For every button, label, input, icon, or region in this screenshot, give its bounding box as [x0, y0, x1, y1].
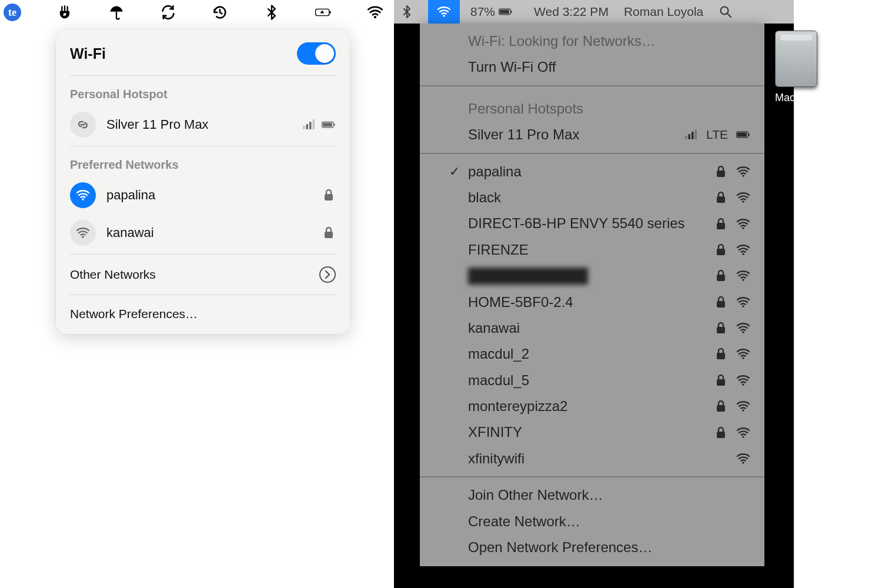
- sync-icon[interactable]: [160, 2, 176, 23]
- network-name: papalina: [468, 162, 522, 181]
- cellular-bars-icon: [302, 118, 316, 132]
- wifi-icon: [70, 182, 96, 208]
- preferred-network-row[interactable]: papalina: [56, 176, 350, 214]
- network-name: macdul_2: [468, 345, 529, 363]
- other-networks-row[interactable]: Other Networks: [56, 257, 350, 292]
- lock-icon: [714, 426, 728, 440]
- lock-icon: [714, 165, 728, 179]
- battery-icon: [322, 118, 336, 132]
- network-name: HOME-5BF0-2.4: [468, 293, 573, 312]
- wifi-signal-icon: [736, 295, 750, 309]
- battery-percent: 87%: [470, 5, 495, 19]
- desktop-drive[interactable]: Macintosh HD: [775, 31, 817, 104]
- network-row[interactable]: ████████████: [420, 263, 764, 289]
- chevron-right-icon: [319, 266, 336, 283]
- wifi-signal-icon: [736, 191, 750, 205]
- wifi-signal-icon: [736, 269, 750, 283]
- left-menubar: te: [0, 0, 394, 25]
- preferred-network-row[interactable]: kanawai: [56, 214, 350, 252]
- battery-status[interactable]: 87%: [470, 5, 513, 19]
- network-name: ████████████: [468, 266, 588, 285]
- network-preferences-label: Network Preferences…: [70, 307, 198, 321]
- create-network[interactable]: Create Network…: [420, 509, 764, 534]
- network-name: XFINITY: [468, 423, 522, 442]
- network-name: xfinitywifi: [468, 449, 524, 468]
- network-row[interactable]: ✓papalina: [420, 159, 764, 185]
- network-row[interactable]: xfinitywifi: [420, 446, 764, 472]
- wifi-signal-icon: [736, 452, 750, 466]
- cellular-bars-icon: [684, 128, 698, 142]
- bluetooth-icon[interactable]: [263, 2, 280, 23]
- lock-icon: [714, 295, 728, 309]
- spotlight-icon[interactable]: [719, 5, 733, 19]
- network-name: kanawai: [468, 319, 520, 338]
- network-name: DIRECT-6B-HP ENVY 5540 series: [468, 214, 685, 233]
- hotspot-row[interactable]: Silver 11 Pro Max LTE: [420, 122, 764, 148]
- hamsa-icon[interactable]: [56, 2, 73, 23]
- network-row[interactable]: black: [420, 185, 764, 211]
- network-row[interactable]: XFINITY: [420, 419, 764, 445]
- menubar-user[interactable]: Roman Loyola: [624, 5, 703, 19]
- lock-icon: [714, 217, 728, 231]
- hotspot-row[interactable]: Silver 11 Pro Max: [56, 106, 350, 143]
- hotspot-link-icon: [70, 112, 96, 138]
- network-name: black: [468, 188, 501, 207]
- wifi-status-label: Wi-Fi: Looking for Networks…: [420, 24, 764, 54]
- network-name: FIRENZE: [468, 240, 529, 259]
- wifi-signal-icon: [736, 243, 750, 257]
- network-row[interactable]: DIRECT-6B-HP ENVY 5540 series: [420, 211, 764, 236]
- wifi-toggle[interactable]: [297, 42, 336, 65]
- drive-label: Macintosh HD: [775, 92, 817, 104]
- turn-wifi-off[interactable]: Turn Wi-Fi Off: [420, 54, 764, 80]
- network-name: montereypizza2: [468, 397, 567, 416]
- right-menubar: 87% Wed 3:22 PM Roman Loyola: [394, 0, 794, 24]
- join-other-network[interactable]: Join Other Network…: [420, 482, 764, 508]
- network-preferences-row[interactable]: Network Preferences…: [56, 298, 350, 330]
- wifi-signal-icon: [736, 321, 750, 335]
- hotspot-name: Silver 11 Pro Max: [106, 117, 291, 132]
- lock-icon: [714, 269, 728, 283]
- hotspots-section-label: Personal Hotspots: [420, 91, 764, 122]
- network-name: papalina: [106, 188, 311, 203]
- lock-icon: [714, 191, 728, 205]
- lock-icon: [714, 321, 728, 335]
- battery-warning-icon[interactable]: [315, 2, 332, 23]
- battery-icon: [499, 5, 513, 19]
- lock-icon: [714, 243, 728, 257]
- menubar-clock[interactable]: Wed 3:22 PM: [534, 5, 609, 19]
- checkmark-icon: ✓: [449, 163, 460, 181]
- hotspot-name: Silver 11 Pro Max: [468, 125, 579, 144]
- wifi-dropdown-menu: Wi-Fi: Looking for Networks… Turn Wi-Fi …: [420, 24, 764, 566]
- network-name: macdul_5: [468, 371, 529, 390]
- wifi-signal-icon: [736, 347, 750, 361]
- other-networks-label: Other Networks: [70, 268, 156, 282]
- umbrella-icon[interactable]: [108, 2, 125, 23]
- wifi-signal-icon: [736, 399, 750, 413]
- battery-icon: [736, 128, 750, 142]
- wifi-menubar-icon[interactable]: [367, 2, 383, 23]
- lock-icon: [714, 373, 728, 387]
- timemachine-icon[interactable]: [212, 2, 228, 23]
- network-row[interactable]: macdul_5: [420, 368, 764, 393]
- hard-drive-icon: [775, 31, 817, 87]
- wifi-icon: [70, 220, 96, 246]
- open-network-preferences[interactable]: Open Network Preferences…: [420, 534, 764, 560]
- lock-icon: [322, 226, 336, 240]
- network-row[interactable]: FIRENZE: [420, 237, 764, 263]
- wifi-popover: Wi-Fi Personal Hotspot Silver 11 Pro Max…: [56, 29, 350, 334]
- network-row[interactable]: macdul_2: [420, 341, 764, 367]
- lock-icon: [714, 399, 728, 413]
- wifi-signal-icon: [736, 165, 750, 179]
- hotspot-section-label: Personal Hotspot: [56, 78, 350, 106]
- network-name: kanawai: [106, 225, 311, 240]
- wifi-menubar-icon-selected[interactable]: [428, 0, 460, 24]
- network-row[interactable]: kanawai: [420, 315, 764, 341]
- app-te-icon[interactable]: te: [4, 2, 21, 23]
- wifi-title: Wi-Fi: [70, 45, 106, 62]
- network-row[interactable]: HOME-5BF0-2.4: [420, 289, 764, 315]
- preferred-section-label: Preferred Networks: [56, 149, 350, 176]
- wifi-signal-icon: [736, 373, 750, 387]
- lock-icon: [714, 347, 728, 361]
- network-row[interactable]: montereypizza2: [420, 393, 764, 419]
- bluetooth-icon[interactable]: [396, 5, 417, 19]
